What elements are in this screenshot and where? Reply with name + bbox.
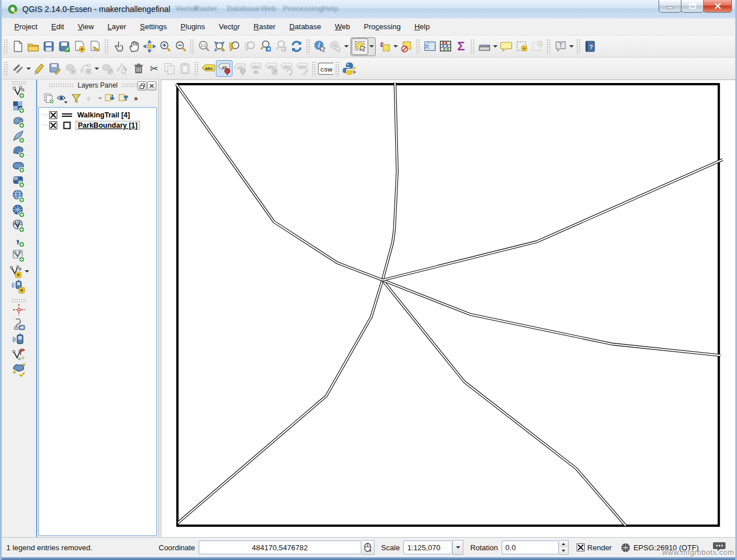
python-console-button[interactable]: > — [341, 61, 357, 76]
menu-database[interactable]: Database — [283, 20, 327, 33]
change-label-button[interactable]: abc — [294, 61, 310, 76]
add-mssql-layer-button[interactable] — [11, 144, 27, 159]
annotation-dropdown[interactable] — [568, 39, 574, 54]
delete-selected-button[interactable] — [131, 61, 146, 76]
layer-visibility-checkbox[interactable] — [49, 121, 57, 129]
select-tool-dropdown[interactable] — [368, 39, 375, 54]
add-spatialite-layer-button[interactable] — [11, 129, 27, 144]
toolbar-handle[interactable] — [11, 81, 26, 85]
new-composer-button[interactable] — [72, 39, 87, 54]
layer-label[interactable]: ParkBoundary [1] — [76, 121, 140, 130]
menu-help[interactable]: Help — [409, 20, 436, 33]
add-delimited-text-layer-button[interactable]: , — [11, 234, 27, 249]
add-feature-button[interactable] — [62, 61, 78, 76]
layer-label[interactable]: WalkingTrail [4] — [76, 111, 132, 119]
add-wfs-layer-button[interactable] — [11, 219, 27, 234]
toolbar-handle[interactable] — [104, 39, 109, 54]
rotation-spinner[interactable] — [559, 540, 569, 555]
toggle-extents-button[interactable] — [361, 540, 375, 555]
refresh-button[interactable] — [289, 39, 304, 54]
move-feature-button[interactable] — [100, 61, 115, 76]
map-canvas[interactable] — [161, 80, 735, 537]
menu-web[interactable]: Web — [329, 20, 356, 33]
select-features-button[interactable] — [352, 38, 368, 55]
save-project-button[interactable] — [41, 39, 56, 54]
maximize-button[interactable] — [681, 0, 704, 13]
layer-visibility-checkbox[interactable] — [49, 111, 57, 119]
add-vector-layer-button[interactable] — [11, 85, 27, 100]
help-button[interactable]: ? — [582, 39, 598, 54]
add-db2-layer-button[interactable] — [11, 174, 27, 189]
layer-labeling-options-button[interactable]: abc — [200, 61, 216, 76]
paste-features-button[interactable] — [177, 61, 192, 76]
spin-down-icon[interactable] — [559, 547, 568, 554]
zoom-to-layer-button[interactable] — [227, 39, 242, 54]
add-circular-string-button[interactable] — [78, 61, 93, 76]
menu-view[interactable]: View — [72, 20, 100, 33]
layer-row-walkingtrail[interactable]: WalkingTrail [4] — [39, 110, 156, 120]
highlight-pinned-labels-button[interactable]: ab — [232, 61, 248, 76]
menu-edit[interactable]: Edit — [45, 20, 69, 33]
manage-visibility-button[interactable] — [56, 92, 69, 105]
touch-zoom-pan-button[interactable] — [111, 39, 126, 54]
metasearch-csw-button[interactable]: CSW — [318, 61, 333, 76]
map-tips-button[interactable] — [498, 39, 514, 54]
statistical-summary-button[interactable]: Σ — [453, 39, 468, 54]
zoom-out-button[interactable] — [172, 39, 188, 54]
layer-row-parkboundary[interactable]: ParkBoundary [1] — [39, 120, 156, 131]
menu-settings[interactable]: Settings — [134, 20, 172, 33]
run-feature-action-button[interactable] — [328, 39, 343, 54]
new-project-button[interactable] — [10, 39, 25, 54]
toolbar-handle[interactable] — [335, 61, 340, 76]
panel-toolbar-overflow[interactable]: » — [134, 94, 138, 102]
scale-dropdown[interactable] — [452, 540, 463, 555]
zoom-last-button[interactable] — [258, 39, 273, 54]
open-attribute-table-button[interactable] — [422, 39, 438, 54]
field-calculator-button[interactable] — [438, 39, 453, 54]
toolbar-handle[interactable] — [3, 39, 8, 54]
geometry-checker-button[interactable] — [11, 362, 27, 377]
toggle-editing-button[interactable] — [31, 61, 47, 76]
current-edits-dropdown[interactable] — [25, 61, 31, 76]
new-shapefile-layer-button[interactable] — [11, 249, 27, 263]
toolbar-handle[interactable] — [416, 39, 420, 54]
feature-action-dropdown[interactable] — [343, 39, 349, 54]
identify-features-button[interactable]: i — [312, 39, 328, 54]
toolbar-handle[interactable] — [306, 39, 310, 54]
coordinate-input[interactable]: 484170,5476782 — [199, 541, 361, 554]
pin-unpin-labels-button[interactable]: ab — [216, 60, 232, 77]
menu-vector[interactable]: Vector — [213, 20, 246, 33]
add-wms-layer-button[interactable] — [11, 189, 27, 204]
save-layer-edits-button[interactable] — [47, 61, 62, 76]
rotate-label-button[interactable]: abc — [279, 61, 294, 76]
toolbar-handle[interactable] — [190, 39, 194, 54]
scale-combo[interactable]: 1:125,070 — [403, 541, 452, 554]
cut-features-button[interactable]: ✂ — [146, 61, 161, 76]
toolbar-handle[interactable] — [546, 39, 551, 54]
dxf2shape-converter-button[interactable] — [11, 317, 27, 332]
menu-processing[interactable]: Processing — [358, 20, 406, 33]
node-tool-button[interactable] — [115, 61, 131, 76]
measure-dropdown[interactable] — [492, 39, 498, 54]
pan-to-selection-button[interactable] — [141, 39, 157, 54]
copy-features-button[interactable] — [161, 61, 177, 76]
add-wcs-layer-button[interactable] — [11, 204, 27, 219]
new-gpx-layer-button[interactable] — [11, 279, 27, 294]
filter-expression-dropdown[interactable] — [97, 91, 103, 107]
deselect-all-button[interactable] — [399, 39, 414, 54]
collapse-all-button[interactable] — [117, 92, 131, 105]
new-temporary-layer-button[interactable] — [8, 264, 23, 279]
toolbar-handle[interactable] — [312, 61, 316, 76]
minimize-button[interactable] — [659, 0, 681, 13]
coordinate-capture-button[interactable] — [11, 302, 27, 317]
composer-manager-button[interactable] — [87, 39, 103, 54]
current-edits-button[interactable] — [10, 61, 25, 76]
panel-close-button[interactable] — [147, 81, 156, 90]
zoom-full-extent-button[interactable] — [211, 39, 227, 54]
zoom-in-button[interactable] — [157, 39, 172, 54]
rotation-input[interactable]: 0.0 — [502, 541, 559, 554]
render-checkbox[interactable] — [577, 543, 585, 551]
menu-plugins[interactable]: Plugins — [175, 20, 211, 33]
spin-up-icon[interactable] — [559, 541, 568, 547]
layer-tree[interactable]: WalkingTrail [4]ParkBoundary [1] — [38, 107, 157, 536]
